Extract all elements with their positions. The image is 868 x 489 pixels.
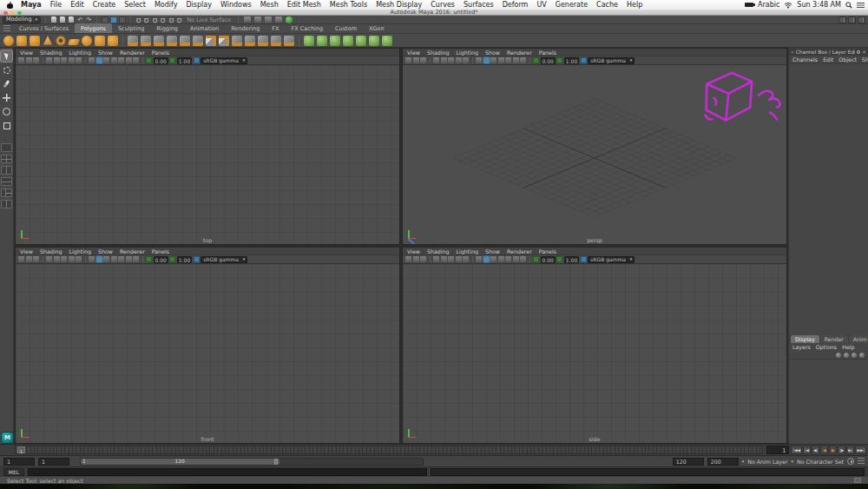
bookmark-icon[interactable] [420, 57, 426, 63]
panel-menu-panels[interactable]: Panels [539, 248, 556, 254]
menu-modify[interactable]: Modify [150, 1, 182, 9]
viewport-canvas-side[interactable]: side [403, 264, 786, 443]
reduce-icon[interactable] [356, 36, 366, 46]
current-frame-field[interactable]: 1 [766, 446, 789, 454]
lights-icon[interactable] [498, 57, 504, 63]
move-layer-up-icon[interactable] [836, 353, 841, 358]
color-management-icon[interactable] [194, 256, 200, 262]
command-input[interactable] [28, 468, 427, 476]
combine-icon[interactable] [128, 36, 138, 46]
image-plane-icon[interactable] [433, 256, 439, 262]
ao-icon[interactable] [513, 57, 519, 63]
bridge-icon[interactable] [271, 36, 281, 46]
colorspace-dropdown[interactable]: sRGB gamma▾ [201, 57, 247, 64]
gamma-field[interactable]: 1.00 [564, 57, 579, 64]
boolean-union-icon[interactable] [304, 36, 314, 46]
snap-projected-center-icon[interactable]: Ω [161, 17, 165, 23]
shelf-tab-custom[interactable]: Custom [329, 23, 363, 33]
select-tool-button[interactable] [1, 50, 12, 62]
color-management-icon[interactable] [194, 57, 200, 63]
shelf-tab-fx-caching[interactable]: FX Caching [286, 23, 330, 33]
menu-display[interactable]: Display [181, 1, 216, 9]
poly-sphere-icon[interactable] [3, 36, 14, 46]
menu-create[interactable]: Create [89, 1, 121, 9]
notification-center-icon[interactable] [857, 3, 865, 9]
textured-icon[interactable] [490, 57, 496, 63]
textured-icon[interactable] [490, 256, 496, 262]
viewport-side[interactable]: View Shading Lighting Show Renderer Pane… [402, 247, 787, 444]
snap-live-surface-icon[interactable]: Ω [177, 17, 181, 23]
panel-menu-view[interactable]: View [407, 50, 420, 56]
collapse-panel-icon[interactable]: « [791, 49, 794, 56]
menu-surfaces[interactable]: Surfaces [459, 1, 498, 9]
shadows-icon[interactable] [118, 256, 124, 262]
viewport-top[interactable]: View Shading Lighting Show Renderer Pane… [15, 48, 400, 245]
offset-edge-loop-icon[interactable] [245, 36, 255, 46]
wireframe-icon[interactable] [476, 57, 482, 63]
open-scene-icon[interactable] [60, 17, 65, 23]
time-ruler[interactable]: 1 [15, 446, 763, 454]
panel-menu-panels[interactable]: Panels [539, 50, 556, 56]
object-menu[interactable]: Object [838, 56, 857, 63]
exposure-field[interactable]: 0.00 [541, 256, 556, 263]
gamma-field[interactable]: 1.00 [177, 57, 192, 64]
tab-display[interactable]: Display [791, 335, 819, 343]
shaded-icon[interactable] [483, 256, 490, 262]
menu-help[interactable]: Help [622, 1, 647, 9]
ao-icon[interactable] [513, 256, 519, 262]
bookmark-icon[interactable] [33, 256, 39, 262]
panel-menu-view[interactable]: View [407, 248, 420, 254]
menu-edit[interactable]: Edit [66, 1, 89, 9]
panel-menu-renderer[interactable]: Renderer [120, 248, 145, 254]
film-gate-icon[interactable] [54, 256, 60, 262]
gamma-toggle-icon[interactable] [169, 57, 175, 63]
toggle-channel-box-icon[interactable] [858, 17, 865, 23]
field-chart-icon[interactable] [463, 256, 469, 262]
select-object-icon[interactable] [110, 17, 117, 23]
spotlight-icon[interactable] [845, 2, 852, 9]
move-tool-button[interactable] [1, 92, 12, 103]
mel-toggle-button[interactable]: MEL [3, 468, 24, 476]
edit-menu[interactable]: Edit [823, 56, 833, 63]
colorspace-dropdown[interactable]: sRGB gamma▾ [201, 256, 247, 263]
fill-hole-icon[interactable] [167, 36, 177, 46]
film-gate-icon[interactable] [441, 57, 447, 63]
triangulate-icon[interactable] [369, 36, 379, 46]
layout-two-pane-stacked-button[interactable] [1, 177, 12, 186]
gamma-toggle-icon[interactable] [556, 256, 562, 262]
camera-lock-icon[interactable] [26, 57, 32, 63]
viewport-front[interactable]: View Shading Lighting Show Renderer Pane… [15, 247, 400, 444]
command-result[interactable] [431, 468, 865, 476]
panel-menu-view[interactable]: View [20, 248, 33, 254]
redo-icon[interactable]: ↷ [85, 17, 92, 23]
menu-file[interactable]: File [46, 1, 66, 9]
range-slider-handle[interactable]: 1 120 [81, 459, 279, 465]
menu-deform[interactable]: Deform [498, 1, 533, 9]
apple-menu-icon[interactable] [7, 2, 13, 9]
dock-maya-icon[interactable]: M [1, 432, 14, 444]
shadows-icon[interactable] [505, 57, 511, 63]
exposure-toggle-icon[interactable] [533, 256, 539, 262]
separate-icon[interactable] [141, 36, 151, 46]
quad-draw-icon[interactable] [206, 36, 216, 46]
gate-mask-icon[interactable] [456, 256, 462, 262]
select-hierarchy-icon[interactable] [102, 17, 108, 23]
panel-menu-lighting[interactable]: Lighting [69, 248, 91, 254]
panel-menu-view[interactable]: View [20, 50, 33, 56]
gamma-field[interactable]: 1.00 [564, 256, 579, 263]
extrude-icon[interactable] [193, 36, 203, 46]
layout-two-pane-side-button[interactable] [1, 166, 12, 175]
exposure-toggle-icon[interactable] [533, 57, 539, 63]
hypershade-icon[interactable] [275, 17, 282, 23]
auto-keyframe-icon[interactable] [847, 458, 854, 465]
new-scene-icon[interactable] [51, 17, 56, 23]
color-management-icon[interactable] [581, 57, 587, 63]
panel-menu-lighting[interactable]: Lighting [69, 50, 91, 56]
shadows-icon[interactable] [505, 256, 511, 262]
resolution-gate-icon[interactable] [61, 57, 67, 63]
bookmark-icon[interactable] [420, 256, 426, 262]
gamma-field[interactable]: 1.00 [177, 256, 192, 263]
toggle-tool-settings-icon[interactable] [848, 17, 856, 23]
viewport-canvas-persp[interactable]: persp [403, 65, 786, 244]
textured-icon[interactable] [103, 57, 109, 63]
